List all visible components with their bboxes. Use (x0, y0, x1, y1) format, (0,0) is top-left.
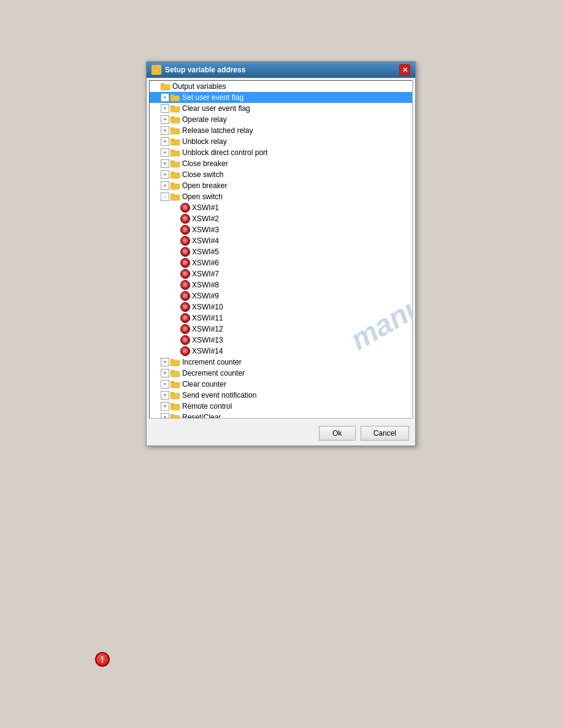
tree-item-clear_counter[interactable]: + Clear counter (150, 379, 412, 390)
tree-item-close_breaker[interactable]: + Close breaker (150, 158, 412, 169)
error-icon-container: ! (95, 652, 110, 667)
tree-item-xswi3[interactable]: XSWI#3 (150, 224, 412, 235)
svg-rect-14 (170, 151, 180, 156)
expand-icon-clear_counter[interactable]: + (161, 380, 169, 389)
tree-item-decrement_counter[interactable]: + Decrement counter (150, 368, 412, 379)
expand-spacer-xswi1 (170, 203, 179, 212)
folder-icon-close_switch (170, 171, 180, 179)
item-label-xswi13: XSWI#13 (192, 336, 223, 344)
item-label-close_switch: Close switch (182, 170, 223, 179)
dialog-titlebar: Setup variable address ✕ (147, 62, 415, 78)
expand-icon-open_switch[interactable]: - (161, 192, 169, 201)
tree-item-unblock_relay[interactable]: + Unblock relay (150, 136, 412, 147)
node-icon-xswi8 (180, 280, 190, 290)
svg-rect-16 (170, 162, 180, 167)
node-icon-xswi2 (180, 214, 190, 224)
tree-item-xswi8[interactable]: XSWI#8 (150, 279, 412, 290)
svg-rect-8 (170, 118, 180, 123)
node-icon-xswi14 (180, 346, 190, 356)
cancel-button[interactable]: Cancel (361, 426, 409, 441)
tree-item-xswi7[interactable]: XSWI#7 (150, 268, 412, 279)
expand-icon-close_breaker[interactable]: + (161, 159, 169, 168)
tree-item-xswi2[interactable]: XSWI#2 (150, 213, 412, 224)
tree-item-close_switch[interactable]: + Close switch (150, 169, 412, 180)
expand-icon-release_latched_relay[interactable]: + (161, 126, 169, 135)
svg-rect-23 (170, 194, 174, 195)
dialog-footer: Ok Cancel (147, 421, 415, 446)
tree-item-send_event_notification[interactable]: + Send event notification (150, 390, 412, 401)
expand-icon-increment_counter[interactable]: + (161, 358, 169, 366)
node-icon-xswi10 (180, 302, 190, 312)
svg-rect-27 (170, 370, 174, 372)
folder-icon-unblock_direct_control_port (170, 149, 180, 157)
item-label-xswi8: XSWI#8 (192, 281, 219, 289)
item-label-unblock_direct_control_port: Unblock direct control port (182, 148, 267, 157)
tree-item-xswi1[interactable]: XSWI#1 (150, 202, 412, 213)
ok-button[interactable]: Ok (319, 426, 356, 441)
expand-icon-decrement_counter[interactable]: + (161, 369, 169, 377)
folder-icon-release_latched_relay (170, 127, 180, 135)
expand-icon-close_switch[interactable]: + (161, 170, 169, 179)
expand-spacer-xswi4 (170, 237, 179, 245)
svg-rect-15 (170, 150, 174, 151)
tree-item-increment_counter[interactable]: + Increment counter (150, 357, 412, 368)
folder-icon-open_breaker (170, 182, 180, 190)
tree-item-xswi14[interactable]: XSWI#14 (150, 346, 412, 357)
svg-rect-24 (170, 360, 180, 366)
node-icon-xswi12 (180, 324, 190, 334)
expand-icon-open_breaker[interactable]: + (161, 181, 169, 190)
root-label: Output variables (172, 82, 226, 91)
svg-rect-25 (170, 359, 174, 361)
tree-item-xswi12[interactable]: XSWI#12 (150, 324, 412, 335)
item-label-reset_clear: Reset/Clear (182, 413, 221, 419)
node-icon-xswi3 (180, 225, 190, 235)
titlebar-left: Setup variable address (151, 65, 245, 75)
svg-rect-3 (161, 83, 164, 85)
tree-item-open_switch[interactable]: - Open switch (150, 191, 412, 202)
tree-item-xswi10[interactable]: XSWI#10 (150, 301, 412, 313)
tree-item-xswi6[interactable]: XSWI#6 (150, 257, 412, 268)
tree-item-xswi4[interactable]: XSWI#4 (150, 235, 412, 246)
tree-root-item[interactable]: Output variables (150, 81, 412, 92)
svg-rect-30 (170, 393, 180, 399)
svg-rect-11 (170, 127, 174, 129)
svg-rect-22 (170, 195, 180, 200)
item-label-clear_counter: Clear counter (182, 380, 226, 389)
expand-icon-unblock_relay[interactable]: + (161, 137, 169, 146)
tree-item-xswi9[interactable]: XSWI#9 (150, 290, 412, 301)
item-label-xswi7: XSWI#7 (192, 270, 219, 278)
tree-container[interactable]: Output variables + Set user event flag+ … (149, 80, 413, 419)
tree-item-xswi13[interactable]: XSWI#13 (150, 335, 412, 346)
tree-item-operate_relay[interactable]: + Operate relay (150, 114, 412, 125)
item-label-remote_control: Remote control (182, 402, 232, 411)
tree-item-reset_clear[interactable]: + Reset/Clear (150, 412, 412, 419)
expand-icon-remote_control[interactable]: + (161, 402, 169, 411)
dialog-close-button[interactable]: ✕ (399, 64, 410, 75)
svg-rect-33 (170, 403, 174, 405)
tree-item-remote_control[interactable]: + Remote control (150, 401, 412, 412)
folder-icon-send_event_notification (170, 392, 180, 400)
svg-rect-12 (170, 140, 180, 145)
tree-item-release_latched_relay[interactable]: + Release latched relay (150, 125, 412, 136)
expand-spacer-xswi13 (170, 336, 179, 344)
item-label-release_latched_relay: Release latched relay (182, 126, 253, 135)
expand-icon-operate_relay[interactable]: + (161, 115, 169, 124)
tree-item-set_user_event_flag[interactable]: + Set user event flag (150, 92, 412, 103)
tree-item-xswi11[interactable]: XSWI#11 (150, 313, 412, 324)
expand-spacer-xswi3 (170, 226, 179, 234)
folder-icon-reset_clear (170, 414, 180, 419)
svg-rect-19 (170, 172, 174, 173)
expand-icon-unblock_direct_control_port[interactable]: + (161, 148, 169, 157)
expand-icon-send_event_notification[interactable]: + (161, 391, 169, 400)
tree-item-unblock_direct_control_port[interactable]: + Unblock direct control port (150, 147, 412, 158)
tree-item-clear_user_event_flag[interactable]: + Clear user event flag (150, 103, 412, 114)
item-label-open_switch: Open switch (182, 192, 223, 201)
expand-icon-clear_user_event_flag[interactable]: + (161, 104, 169, 113)
tree-item-xswi5[interactable]: XSWI#5 (150, 246, 412, 257)
expand-spacer-xswi5 (170, 248, 179, 256)
folder-icon-close_breaker (170, 160, 180, 168)
expand-icon-set_user_event_flag[interactable]: + (161, 93, 169, 102)
expand-icon-reset_clear[interactable]: + (161, 413, 169, 419)
tree-items: + Set user event flag+ Clear user event … (150, 92, 412, 419)
tree-item-open_breaker[interactable]: + Open breaker (150, 180, 412, 191)
